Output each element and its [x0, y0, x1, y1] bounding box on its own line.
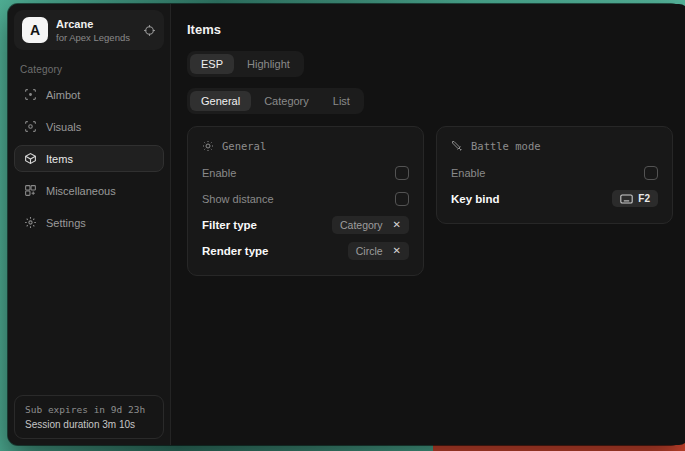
- target-icon[interactable]: [143, 24, 156, 37]
- key-bind-value: F2: [638, 193, 650, 204]
- aimbot-crosshair-icon: [24, 88, 37, 101]
- tab-list[interactable]: List: [322, 91, 361, 111]
- sidebar-item-settings[interactable]: Settings: [14, 209, 164, 236]
- panel-title-text: Battle mode: [471, 140, 541, 152]
- sub-expiry-text: Sub expires in 9d 23h: [25, 404, 153, 415]
- sword-icon: [451, 140, 463, 152]
- render-type-value: Circle: [356, 245, 383, 257]
- setting-row-filter-type: Filter type Category ✕: [202, 212, 409, 237]
- brand-subtitle: for Apex Legends: [56, 32, 130, 43]
- brand-logo: A: [22, 17, 48, 43]
- setting-label: Enable: [202, 167, 236, 179]
- main-content: Items ESP Highlight General Category Lis…: [171, 4, 685, 445]
- setting-row-show-distance: Show distance: [202, 186, 409, 211]
- tab-general[interactable]: General: [190, 91, 251, 111]
- app-window: A Arcane for Apex Legends Category: [8, 4, 681, 445]
- sidebar-item-items[interactable]: Items: [14, 145, 164, 172]
- setting-row-battle-enable: Enable: [451, 160, 658, 185]
- sidebar-item-label: Aimbot: [46, 89, 80, 101]
- enable-checkbox[interactable]: [395, 166, 409, 180]
- subscription-info-card: Sub expires in 9d 23h Session duration 3…: [14, 395, 164, 439]
- misc-grid-icon: [24, 184, 37, 197]
- sidebar-nav: Aimbot Visuals Items: [8, 81, 170, 236]
- sidebar-item-aimbot[interactable]: Aimbot: [14, 81, 164, 108]
- tab-highlight[interactable]: Highlight: [236, 54, 301, 74]
- show-distance-checkbox[interactable]: [395, 192, 409, 206]
- sidebar-item-label: Miscellaneous: [46, 185, 116, 197]
- panels-row: General Enable Show distance Filter type…: [187, 126, 673, 276]
- sun-icon: [202, 140, 214, 152]
- primary-tab-group: ESP Highlight: [187, 51, 304, 77]
- setting-label: Key bind: [451, 193, 500, 205]
- filter-type-select[interactable]: Category ✕: [332, 216, 409, 234]
- keyboard-icon: [620, 194, 633, 204]
- render-type-select[interactable]: Circle ✕: [348, 242, 409, 260]
- remove-filter-icon[interactable]: ✕: [393, 220, 401, 230]
- sidebar-item-miscellaneous[interactable]: Miscellaneous: [14, 177, 164, 204]
- setting-label: Filter type: [202, 219, 257, 231]
- brand-text: Arcane for Apex Legends: [56, 18, 130, 43]
- battle-mode-panel-header: Battle mode: [451, 140, 658, 152]
- secondary-tab-group: General Category List: [187, 88, 364, 114]
- brand-card: A Arcane for Apex Legends: [14, 10, 164, 50]
- sidebar-item-label: Visuals: [46, 121, 81, 133]
- sidebar-item-label: Settings: [46, 217, 86, 229]
- tab-esp[interactable]: ESP: [190, 54, 234, 74]
- filter-type-value: Category: [340, 219, 383, 231]
- setting-row-render-type: Render type Circle ✕: [202, 238, 409, 263]
- setting-row-key-bind: Key bind F2: [451, 186, 658, 211]
- sidebar-item-label: Items: [46, 153, 73, 165]
- panel-title-text: General: [222, 140, 266, 152]
- brand-title: Arcane: [56, 18, 130, 30]
- battle-enable-checkbox[interactable]: [644, 166, 658, 180]
- remove-render-icon[interactable]: ✕: [393, 246, 401, 256]
- setting-label: Enable: [451, 167, 485, 179]
- session-duration-text: Session duration 3m 10s: [25, 419, 153, 430]
- battle-mode-panel: Battle mode Enable Key bind: [436, 126, 673, 224]
- general-panel-header: General: [202, 140, 409, 152]
- sidebar-section-label: Category: [20, 64, 158, 75]
- setting-row-enable: Enable: [202, 160, 409, 185]
- setting-label: Render type: [202, 245, 268, 257]
- general-panel: General Enable Show distance Filter type…: [187, 126, 424, 276]
- setting-label: Show distance: [202, 193, 274, 205]
- tab-category[interactable]: Category: [253, 91, 320, 111]
- settings-gear-icon: [24, 216, 37, 229]
- sidebar-item-visuals[interactable]: Visuals: [14, 113, 164, 140]
- page-title: Items: [187, 22, 673, 37]
- items-box-icon: [24, 152, 37, 165]
- key-bind-button[interactable]: F2: [612, 190, 658, 207]
- sidebar: A Arcane for Apex Legends Category: [8, 4, 171, 445]
- visuals-eye-icon: [24, 120, 37, 133]
